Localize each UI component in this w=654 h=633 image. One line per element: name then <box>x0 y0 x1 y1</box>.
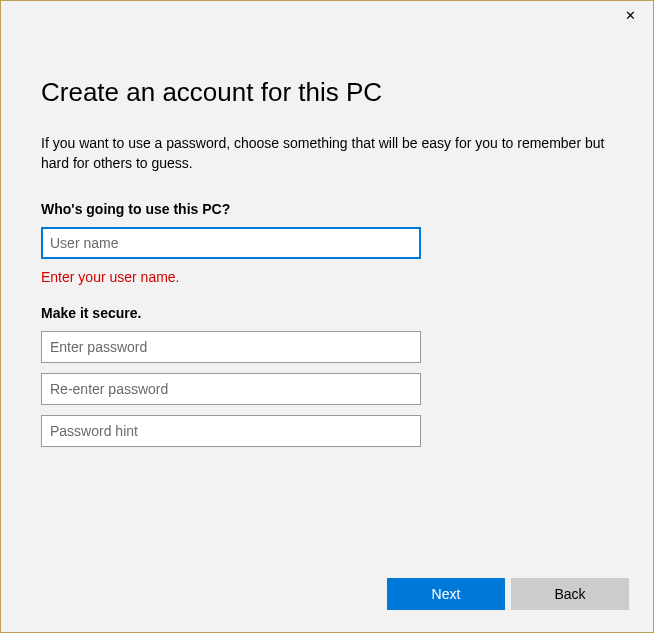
description-text: If you want to use a password, choose so… <box>41 134 613 173</box>
titlebar: ✕ <box>1 1 653 31</box>
dialog-window: ✕ Create an account for this PC If you w… <box>0 0 654 633</box>
username-section-label: Who's going to use this PC? <box>41 201 613 217</box>
content-area: Create an account for this PC If you wan… <box>1 31 653 447</box>
password-input[interactable] <box>41 331 421 363</box>
page-title: Create an account for this PC <box>41 77 613 108</box>
username-input[interactable] <box>41 227 421 259</box>
footer-buttons: Next Back <box>387 578 629 610</box>
username-error-text: Enter your user name. <box>41 269 613 285</box>
password-hint-input[interactable] <box>41 415 421 447</box>
password-section-label: Make it secure. <box>41 305 613 321</box>
confirm-password-input[interactable] <box>41 373 421 405</box>
close-icon[interactable]: ✕ <box>608 1 653 29</box>
back-button[interactable]: Back <box>511 578 629 610</box>
next-button[interactable]: Next <box>387 578 505 610</box>
